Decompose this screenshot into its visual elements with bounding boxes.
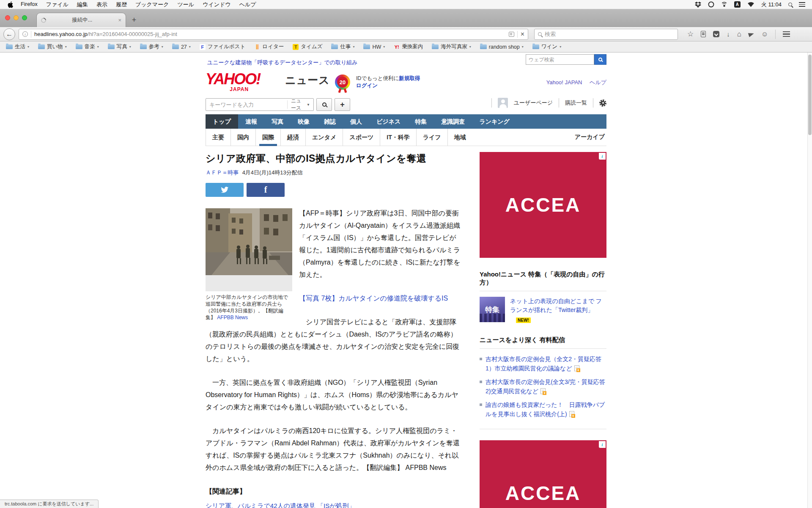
add-tab-button[interactable]: + (335, 98, 350, 111)
article-photo[interactable] (206, 208, 292, 291)
sub-nav-tab[interactable]: 国内 (230, 129, 255, 146)
menu-hamburger-icon[interactable] (783, 31, 790, 37)
pocket-icon[interactable] (713, 31, 719, 37)
yahoo-japan-link[interactable]: Yahoo! JAPAN (546, 79, 582, 86)
addon-smiley-icon[interactable]: ☺ (761, 30, 768, 38)
menubar-item[interactable]: ファイル (42, 1, 73, 8)
page-scrollbar[interactable] (807, 52, 812, 508)
menubar-clock[interactable]: 火 11:04 (761, 1, 782, 8)
menubar-item[interactable]: 履歴 (112, 1, 131, 8)
twitter-share-button[interactable] (206, 183, 244, 197)
scrollbar-thumb[interactable] (808, 55, 812, 135)
share-icon[interactable] (748, 31, 754, 37)
sub-nav-tab[interactable]: 国際 (255, 129, 280, 146)
feature-link[interactable]: ネット上の表現の自由どこまで フランスが揺れた「Twitter裁判」 (510, 298, 602, 313)
airdrop-icon[interactable] (721, 2, 727, 8)
menubar-item[interactable]: 表示 (92, 1, 112, 8)
web-search-input[interactable] (526, 54, 594, 65)
apple-menu-icon[interactable] (8, 1, 13, 8)
nav-tab[interactable]: 雑誌 (317, 114, 343, 129)
sub-nav-tab[interactable]: スポーツ (343, 129, 380, 146)
search-scope-dropdown[interactable]: ニュース ▼ (287, 100, 313, 109)
nav-tab[interactable]: 速報 (238, 114, 264, 129)
nav-tab[interactable]: ランキング (472, 114, 517, 129)
feature-thumbnail[interactable]: 特集 (480, 297, 505, 322)
sub-nav-tab[interactable]: 地域 (447, 129, 472, 146)
bookmark-item[interactable]: ワイン ▾ (532, 43, 561, 50)
bookmark-item[interactable]: 27 ▾ (172, 44, 191, 50)
menubar-item[interactable]: ブックマーク (131, 1, 173, 8)
bookmark-item[interactable]: random shop ▾ (480, 44, 524, 50)
bookmark-star-icon[interactable]: ☆ (687, 30, 694, 39)
nav-tab[interactable]: 個人 (343, 114, 369, 129)
menubar-item[interactable]: ヘルプ (235, 1, 261, 8)
login-link[interactable]: ログイン (356, 83, 378, 88)
stop-loading-icon[interactable]: × (521, 31, 524, 38)
accea-ad-bottom[interactable]: ACCEA i (480, 440, 606, 508)
sub-nav-tab[interactable]: 経済 (280, 129, 305, 146)
register-link[interactable]: 新規取得 (399, 75, 420, 81)
nav-tab[interactable]: トップ (206, 114, 238, 129)
minimize-window-button[interactable] (14, 15, 19, 20)
bookmark-item[interactable]: ⣿ ロイター (254, 43, 284, 50)
site-info-icon[interactable]: i (22, 31, 28, 37)
notification-center-icon[interactable] (799, 2, 805, 7)
caption-source-link[interactable]: AFPBB News (217, 315, 248, 320)
paid-news-link[interactable]: 吉村大阪市長の定例会見（全文2・質疑応答1）市立幼稚園民営化の議論など (486, 356, 601, 372)
news-search-box[interactable]: ニュース ▼ (206, 98, 314, 111)
bookmark-item[interactable]: 音楽 ▾ (76, 43, 99, 50)
source-link[interactable]: ＡＦＰ＝時事 (206, 169, 239, 176)
new-tab-button[interactable]: + (128, 14, 140, 26)
menubar-item[interactable]: ウインドウ (198, 1, 235, 8)
input-method-icon[interactable]: A (734, 1, 741, 8)
home-icon[interactable]: ⌂ (737, 30, 741, 39)
adchoices-icon[interactable]: i (599, 153, 606, 160)
browser-tab[interactable]: 接続中... × (36, 13, 126, 27)
menubar-item[interactable]: 編集 (73, 1, 92, 8)
bookmark-item[interactable]: 生活 ▾ (6, 43, 29, 50)
help-link[interactable]: ヘルプ (590, 79, 606, 86)
bookmark-item[interactable]: 海外写真家 ▾ (432, 43, 471, 50)
dropbox-icon[interactable] (695, 2, 701, 8)
facebook-share-button[interactable]: f (247, 183, 285, 197)
bookmark-item[interactable]: Y! 乗換案内 (394, 43, 423, 50)
menubar-item[interactable]: ツール (173, 1, 198, 8)
bookmark-item[interactable]: 仕事 ▾ (331, 43, 354, 50)
news-search-input[interactable] (206, 102, 287, 108)
sub-nav-tab[interactable]: 主要 (206, 129, 230, 146)
zoom-window-button[interactable] (22, 15, 27, 20)
promo-link[interactable]: ユニークな建築物「呼吸するデータセンター」での取り組み (207, 59, 358, 66)
wifi-icon[interactable] (747, 2, 754, 7)
adchoices-icon[interactable]: i (599, 441, 606, 448)
yahoo-news-logo[interactable]: YAHOO! JAPAN ニュース (206, 72, 330, 92)
downloads-icon[interactable]: ↓ (727, 30, 730, 38)
nav-tab[interactable]: 写真 (264, 114, 291, 129)
close-window-button[interactable] (5, 15, 10, 20)
paid-news-link[interactable]: 諭吉の娘婿も投資家だった！ 日露戦争バブルを見事出し抜く福沢桃介(上) (486, 401, 605, 417)
bookmark-item[interactable]: 買い物 ▾ (38, 43, 67, 50)
web-search-button[interactable] (594, 54, 606, 65)
nav-tab[interactable]: 特集 (408, 114, 434, 129)
bookmark-item[interactable]: 参考 ▾ (140, 43, 163, 50)
sub-nav-tab[interactable]: エンタメ (305, 129, 343, 146)
bookmark-item[interactable]: 写真 ▾ (108, 43, 131, 50)
reader-view-icon[interactable] (509, 32, 514, 37)
browser-search-field[interactable] (534, 29, 678, 40)
settings-gear-icon[interactable] (599, 99, 606, 107)
archive-link[interactable]: アーカイブ (575, 133, 605, 141)
tab-close-icon[interactable]: × (118, 17, 121, 23)
related-article-link[interactable]: シリア軍、パルミラで42人の遺体発見 「ISが処刑」 (206, 501, 463, 508)
nav-tab[interactable]: ビジネス (369, 114, 408, 129)
url-text[interactable]: headlines.yahoo.co.jp/hl?a=20160404-0000… (34, 31, 506, 37)
nav-tab[interactable]: 意識調査 (434, 114, 472, 129)
bookmark-item[interactable]: HW ▾ (363, 44, 385, 50)
news-search-button[interactable] (316, 98, 332, 111)
bookmarks-panel-icon[interactable] (701, 31, 706, 37)
sub-nav-tab[interactable]: ライフ (416, 129, 447, 146)
back-button[interactable]: ← (3, 28, 15, 40)
sub-nav-tab[interactable]: IT・科学 (380, 129, 416, 146)
creative-cloud-icon[interactable] (708, 1, 714, 8)
bookmark-item[interactable]: T タイムズ (293, 43, 322, 50)
bookmark-item[interactable]: F ファイルポスト (200, 43, 246, 50)
menubar-item[interactable]: Firefox (16, 1, 42, 8)
